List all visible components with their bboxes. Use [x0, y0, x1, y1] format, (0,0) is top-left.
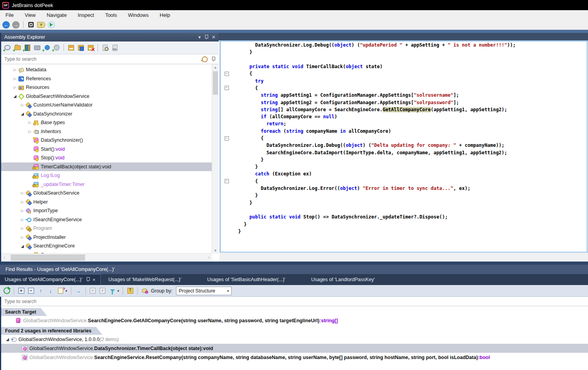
- explore-folder-button[interactable]: [101, 44, 109, 52]
- code-editor[interactable]: DataSynchronizer.Log.Debug((object) ("up…: [221, 42, 586, 253]
- tree-item-metadata[interactable]: ▷Metadata: [1, 65, 212, 74]
- fold-marker-icon[interactable]: −: [225, 136, 229, 141]
- tree-item--updatetimer-timer[interactable]: _updateTimer:Timer: [1, 180, 212, 189]
- scroll-right-arrow[interactable]: ›: [206, 254, 212, 262]
- fold-gutter[interactable]: −: [221, 179, 232, 183]
- tree-item-inheritors[interactable]: ▷Inheritors: [1, 127, 212, 136]
- tree-item-stop-[interactable]: Stop():void: [1, 153, 212, 162]
- tree-item-resources[interactable]: ▷Resources: [1, 83, 212, 92]
- tab-close-icon[interactable]: ×: [93, 277, 96, 283]
- panel-pin-button[interactable]: [205, 35, 208, 40]
- editor-horizontal-scrollbar[interactable]: [220, 252, 588, 262]
- tree-item-searchenginecore[interactable]: ◢SearchEngineCore: [1, 242, 212, 251]
- results-tab-4[interactable]: Usages of 'LandlordPassKey': [307, 274, 380, 285]
- tree-item-globalsearchwindowservice[interactable]: ◢GlobalSearchWindowService: [1, 92, 212, 101]
- menu-view[interactable]: View: [19, 11, 41, 19]
- scroll-thumb-horizontal[interactable]: [11, 254, 85, 261]
- scroll-down-arrow[interactable]: ▼: [212, 247, 219, 254]
- menu-navigate[interactable]: Navigate: [41, 11, 72, 19]
- scroll-left-arrow[interactable]: ‹: [1, 254, 7, 262]
- tree-item-globalsearchservice[interactable]: ▷GlobalSearchService: [1, 189, 212, 198]
- tree-item-timercallback-object-state-[interactable]: TimerCallBack(object state):void: [1, 162, 212, 171]
- process-explorer-button[interactable]: [27, 21, 35, 29]
- tree-item-isearchengineservice[interactable]: ▷ISearchEngineService: [1, 215, 212, 224]
- tree-item-importtype[interactable]: ▷ImportType: [1, 206, 212, 215]
- open-folder-button[interactable]: [13, 44, 21, 52]
- remove-assembly-list-button[interactable]: [87, 44, 94, 52]
- next-occurrence-button[interactable]: ›: [99, 287, 106, 294]
- fold-gutter[interactable]: −: [221, 86, 232, 90]
- tree-expander[interactable]: ▷: [19, 235, 25, 239]
- tree-item-datasynchronizer-[interactable]: DataSynchronizer(): [1, 136, 212, 145]
- fold-marker-icon[interactable]: −: [225, 72, 229, 76]
- results-tab-3[interactable]: Usages of 'SetBasicAuthHeader(...)': [202, 274, 290, 285]
- group-by-select[interactable]: Project Structure ▾: [176, 287, 232, 295]
- grouping-button[interactable]: [141, 287, 148, 294]
- tree-item-base-types[interactable]: ▷Base types: [1, 118, 212, 127]
- assembly-tree[interactable]: ▷Metadata▷References▷Resources◢GlobalSea…: [1, 64, 219, 262]
- expand-all-button[interactable]: +: [18, 287, 25, 294]
- search-pin-icon[interactable]: [212, 57, 215, 61]
- tree-expander[interactable]: ▷: [27, 121, 33, 125]
- results-target-row[interactable]: GlobalSearchWindowService.SearchEngineCo…: [1, 316, 588, 325]
- open-assembly-button[interactable]: [4, 44, 11, 52]
- tree-item-projectinstaller[interactable]: ▷ProjectInstaller: [1, 233, 212, 242]
- tree-item-log-ilog[interactable]: Log:ILog: [1, 171, 212, 180]
- results-tab-2[interactable]: Usages of 'MakeWebRequest(...)': [104, 274, 186, 285]
- csharp-tag-button[interactable]: #: [37, 21, 45, 29]
- navigate-back-button[interactable]: ←: [2, 21, 10, 29]
- refresh-button[interactable]: [3, 287, 10, 294]
- menu-file[interactable]: File: [0, 11, 19, 19]
- assembly-list-button[interactable]: [67, 44, 75, 52]
- fold-marker-icon[interactable]: −: [225, 179, 229, 183]
- generate-pdb-button[interactable]: [111, 44, 119, 52]
- run-decompile-button[interactable]: [47, 21, 55, 29]
- menu-inspect[interactable]: Inspect: [72, 11, 100, 19]
- collapse-all-button[interactable]: −: [27, 287, 34, 294]
- tree-expander[interactable]: ▷: [19, 218, 25, 222]
- export-dropdown-caret[interactable]: ▾: [65, 289, 67, 293]
- export-button[interactable]: [57, 287, 64, 294]
- tree-expander[interactable]: ▷: [19, 209, 25, 213]
- scroll-up-arrow[interactable]: ▲: [212, 64, 219, 70]
- flatten-button[interactable]: →: [75, 287, 82, 294]
- results-tab-1[interactable]: Usages of 'GetAllCompanyCore(...)'×: [0, 274, 101, 285]
- tree-expander[interactable]: ◢: [19, 112, 25, 116]
- tree-expander[interactable]: ▷: [19, 103, 25, 107]
- tree-expander[interactable]: ▷: [12, 68, 18, 72]
- tree-item-program[interactable]: ▷Program: [1, 224, 212, 233]
- menu-help[interactable]: Help: [154, 11, 176, 19]
- fold-marker-icon[interactable]: −: [225, 86, 229, 90]
- tree-expander[interactable]: ▷: [19, 226, 25, 230]
- dock-separator[interactable]: [0, 262, 588, 265]
- tree-expander[interactable]: ◢: [19, 244, 25, 248]
- menu-tools[interactable]: Tools: [100, 11, 122, 19]
- tree-vertical-scrollbar[interactable]: ▲ ▼: [212, 64, 219, 254]
- filter-button[interactable]: [109, 287, 116, 294]
- tab-pin-icon[interactable]: [86, 277, 89, 282]
- open-recent-button[interactable]: [33, 44, 41, 52]
- tree-expander[interactable]: ▷: [19, 191, 25, 195]
- scroll-thumb[interactable]: [213, 71, 218, 95]
- panel-menu-button[interactable]: ▾: [198, 35, 201, 40]
- assembly-search-input[interactable]: [1, 56, 202, 62]
- tree-expander[interactable]: ▷: [27, 130, 33, 134]
- filter-dropdown-caret[interactable]: ▾: [118, 289, 120, 293]
- results-group-expander[interactable]: ◢: [4, 337, 11, 341]
- add-from-gac-button[interactable]: [23, 44, 31, 52]
- panel-close-button[interactable]: ✕: [212, 35, 216, 40]
- tree-item-datasynchronizer[interactable]: ◢DataSynchronizer: [1, 110, 212, 119]
- attach-process-button[interactable]: [53, 44, 60, 52]
- menu-windows[interactable]: Windows: [123, 11, 154, 19]
- toggle-preview-button[interactable]: T: [127, 287, 134, 294]
- tree-horizontal-scrollbar[interactable]: ‹ ›: [1, 253, 212, 262]
- results-search-input[interactable]: [1, 299, 588, 304]
- fold-gutter[interactable]: −: [221, 72, 232, 76]
- previous-usage-button[interactable]: ↑: [37, 287, 44, 294]
- navigate-forward-button[interactable]: →: [12, 21, 20, 29]
- tree-item-helper[interactable]: ▷Helper: [1, 198, 212, 207]
- results-usage-row[interactable]: GlobalSearchWindowService.DataSynchroniz…: [1, 344, 588, 353]
- fold-gutter[interactable]: −: [221, 136, 232, 141]
- results-group-row[interactable]: ◢GlobalSearchWindowService, 1.0.0.0 (2 i…: [1, 335, 588, 344]
- next-usage-button[interactable]: ↓: [47, 287, 54, 294]
